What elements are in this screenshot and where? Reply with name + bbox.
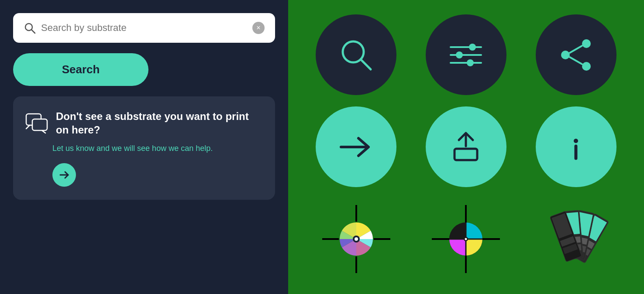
info-card-title: Don't see a substrate you want to print … xyxy=(56,109,263,137)
swatch-icon xyxy=(541,202,611,276)
svg-point-23 xyxy=(574,139,578,143)
filter-icon xyxy=(446,42,486,68)
svg-line-4 xyxy=(26,125,30,129)
svg-line-18 xyxy=(570,46,582,53)
right-panel xyxy=(288,0,644,294)
svg-point-16 xyxy=(582,62,591,71)
chat-icon xyxy=(25,111,48,136)
svg-point-12 xyxy=(469,44,476,51)
info-circle xyxy=(536,106,616,187)
svg-line-8 xyxy=(361,59,371,69)
color-wheel-container xyxy=(316,199,396,280)
info-icon xyxy=(558,130,593,164)
cmyk-icon xyxy=(431,204,501,274)
info-arrow-button[interactable] xyxy=(52,163,76,187)
filter-circle xyxy=(426,14,506,95)
search-button[interactable]: Search xyxy=(13,53,148,86)
svg-point-30 xyxy=(355,237,358,241)
arrow-right-circle xyxy=(316,106,396,187)
search-input[interactable] xyxy=(41,22,247,34)
clear-button[interactable]: × xyxy=(252,22,265,34)
left-panel: × Search Don't see a substrate you want … xyxy=(0,0,288,294)
svg-point-17 xyxy=(561,51,570,59)
info-card: Don't see a substrate you want to print … xyxy=(13,96,275,200)
cmyk-container xyxy=(426,199,506,280)
info-card-subtitle: Let us know and we will see how we can h… xyxy=(25,143,263,154)
arrow-right-icon xyxy=(339,134,374,160)
svg-rect-3 xyxy=(32,119,47,130)
svg-point-15 xyxy=(582,39,591,48)
upload-circle xyxy=(426,106,506,187)
svg-point-39 xyxy=(465,238,467,240)
info-card-top: Don't see a substrate you want to print … xyxy=(25,109,263,137)
share-circle xyxy=(536,14,616,95)
svg-rect-21 xyxy=(455,149,477,160)
color-wheel-icon xyxy=(321,204,391,274)
search-icon-small xyxy=(24,22,36,34)
svg-point-14 xyxy=(467,59,474,66)
upload-icon xyxy=(448,130,483,164)
search-circle xyxy=(316,14,396,95)
share-icon xyxy=(558,38,593,72)
svg-line-1 xyxy=(31,30,35,33)
swatch-container xyxy=(536,199,616,280)
svg-line-19 xyxy=(570,57,582,64)
search-icon xyxy=(337,35,376,75)
svg-point-13 xyxy=(456,51,463,58)
search-box: × xyxy=(13,13,275,43)
arrow-right-icon-small xyxy=(59,169,70,181)
